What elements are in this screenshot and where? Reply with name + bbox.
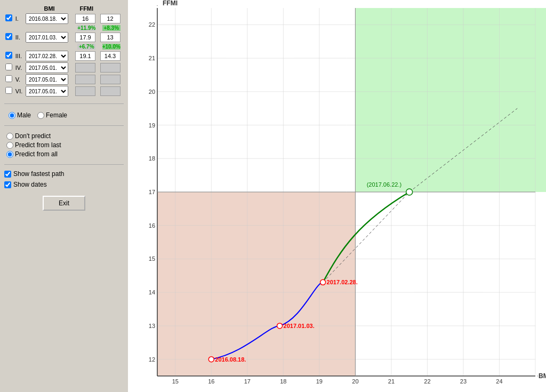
show-fastest-path-row: Show fastest path <box>4 170 124 178</box>
measurement-row-IV: IV.2017.05.01. <box>4 62 124 74</box>
row-II-ffmi-input[interactable] <box>100 33 121 42</box>
male-label: Male <box>17 111 31 119</box>
measurement-row-III: III.2017.02.28. <box>4 50 124 62</box>
row-III-bmi[interactable] <box>74 50 99 62</box>
delta-row-I: +11.9% +8.3% <box>4 25 124 31</box>
row-VI-date[interactable]: 2017.05.01. <box>25 85 74 97</box>
delta-row-II: +6.7% +10.0% <box>4 43 124 50</box>
row-IV-bmi[interactable] <box>74 62 99 74</box>
row-III-ffmi-input[interactable] <box>100 51 121 61</box>
left-panel: BMI FFMI I.2016.08.18. +11.9% +8.3% II.2… <box>0 0 128 392</box>
row-V-date-select[interactable]: 2017.05.01. <box>26 74 68 85</box>
row-VI-bmi-input <box>75 86 95 96</box>
row-V-label: V. <box>14 74 25 85</box>
measurements-table: BMI FFMI I.2016.08.18. +11.9% +8.3% II.2… <box>4 4 124 97</box>
show-fastest-path-label: Show fastest path <box>13 170 64 178</box>
row-V-checkbox[interactable] <box>5 75 12 82</box>
predict-all-text: Predict from all <box>15 150 58 158</box>
row-III-date[interactable]: 2017.02.28. <box>25 50 74 62</box>
measurement-row-VI: VI.2017.05.01. <box>4 85 124 97</box>
show-fastest-path-checkbox[interactable] <box>4 171 11 178</box>
predict-all-label[interactable]: Predict from all <box>6 150 124 158</box>
gender-row: Male Female <box>9 111 124 119</box>
row-III-date-select[interactable]: 2017.02.28. <box>26 51 68 61</box>
row-IV-ffmi-input <box>100 63 121 73</box>
row-I-checkbox[interactable] <box>5 14 12 21</box>
row-II-date[interactable]: 2017.01.03. <box>25 31 74 43</box>
row-II-label: II. <box>14 31 25 43</box>
row-V-bmi-input <box>75 75 95 84</box>
row-II-bmi[interactable] <box>74 31 99 43</box>
row-I-label: I. <box>14 13 25 25</box>
delta-bmi-I: +11.9% <box>74 25 99 31</box>
female-radio-label[interactable]: Female <box>37 111 67 119</box>
delta-bmi-II: +6.7% <box>74 43 99 50</box>
row-V-date[interactable]: 2017.05.01. <box>25 74 74 85</box>
row-III-ffmi[interactable] <box>99 50 124 62</box>
row-IV-checkbox[interactable] <box>5 63 12 70</box>
row-I-date[interactable]: 2016.08.18. <box>25 13 74 25</box>
ffmi-header: FFMI <box>74 4 99 13</box>
female-label: Female <box>46 111 67 119</box>
female-radio[interactable] <box>37 112 44 119</box>
male-radio-label[interactable]: Male <box>9 111 31 119</box>
row-IV-bmi-input <box>75 63 95 73</box>
dont-predict-text: Don't predict <box>15 132 51 140</box>
dont-predict-label[interactable]: Don't predict <box>6 132 124 140</box>
row-VI-checkbox[interactable] <box>5 87 12 94</box>
row-II-date-select[interactable]: 2017.01.03. <box>26 32 68 43</box>
row-IV-ffmi[interactable] <box>99 62 124 74</box>
row-V-bmi[interactable] <box>74 74 99 85</box>
predict-last-label[interactable]: Predict from last <box>6 141 124 149</box>
row-III-checkbox[interactable] <box>5 52 12 59</box>
delta-ffmi-I: +8.3% <box>99 25 124 31</box>
bmi-header: BMI <box>25 4 74 13</box>
divider-3 <box>4 164 124 165</box>
row-V-ffmi[interactable] <box>99 74 124 85</box>
row-IV-date-select[interactable]: 2017.05.01. <box>26 62 68 73</box>
row-II-checkbox[interactable] <box>5 33 12 40</box>
row-VI-ffmi[interactable] <box>99 85 124 97</box>
divider-1 <box>4 103 124 104</box>
dont-predict-radio[interactable] <box>6 133 13 140</box>
predict-all-radio[interactable] <box>6 151 13 158</box>
row-I-bmi[interactable] <box>74 13 99 25</box>
row-II-bmi-input[interactable] <box>75 33 95 42</box>
row-IV-date[interactable]: 2017.05.01. <box>25 62 74 74</box>
show-dates-checkbox[interactable] <box>4 181 11 188</box>
row-I-ffmi[interactable] <box>99 13 124 25</box>
row-I-ffmi-input[interactable] <box>100 14 121 23</box>
exit-button[interactable]: Exit <box>43 196 85 211</box>
row-VI-ffmi-input <box>100 86 121 96</box>
show-dates-label: Show dates <box>13 181 47 188</box>
row-VI-label: VI. <box>14 85 25 97</box>
row-III-bmi-input[interactable] <box>75 51 95 61</box>
measurement-row-I: I.2016.08.18. <box>4 13 124 25</box>
bmi-ffmi-chart <box>128 0 546 392</box>
measurement-row-II: II.2017.01.03. <box>4 31 124 43</box>
male-radio[interactable] <box>9 112 15 119</box>
row-III-label: III. <box>14 50 25 62</box>
divider-2 <box>4 125 124 126</box>
measurement-row-V: V.2017.05.01. <box>4 74 124 85</box>
chart-area <box>128 0 546 392</box>
row-IV-label: IV. <box>14 62 25 74</box>
row-II-ffmi[interactable] <box>99 31 124 43</box>
predict-section: Don't predict Predict from last Predict … <box>6 132 124 158</box>
row-I-bmi-input[interactable] <box>75 14 95 23</box>
row-I-date-select[interactable]: 2016.08.18. <box>26 13 68 24</box>
show-dates-row: Show dates <box>4 181 124 188</box>
predict-last-text: Predict from last <box>15 141 61 149</box>
row-V-ffmi-input <box>100 75 121 84</box>
delta-ffmi-II: +10.0% <box>99 43 124 50</box>
predict-last-radio[interactable] <box>6 142 13 149</box>
row-VI-date-select[interactable]: 2017.05.01. <box>26 86 68 97</box>
row-VI-bmi[interactable] <box>74 85 99 97</box>
